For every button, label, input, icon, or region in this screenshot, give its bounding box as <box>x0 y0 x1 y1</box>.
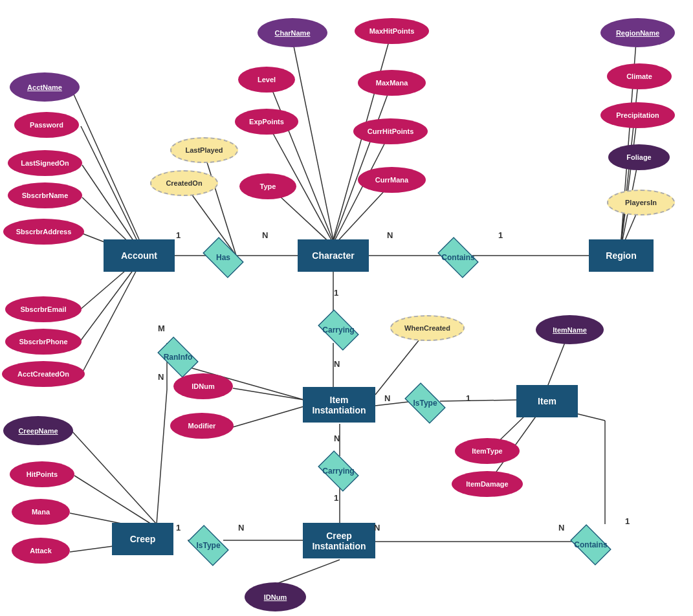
attr-sbscrbr-email: SbscrbrEmail <box>5 296 82 322</box>
er-diagram: Account Character Region Item Instantiat… <box>0 0 693 616</box>
attr-type: Type <box>239 173 296 199</box>
svg-line-36 <box>157 390 167 524</box>
card-1-istype1-item2: 1 <box>466 393 470 403</box>
attr-precipitation: Precipitation <box>600 102 675 128</box>
attr-creepname: CreepName <box>3 416 73 445</box>
svg-line-40 <box>74 476 157 527</box>
svg-line-11 <box>81 265 139 375</box>
attr-itemname: ItemName <box>536 315 604 344</box>
card-1-carrying1-char: 1 <box>334 288 338 298</box>
attr-mana: Mana <box>12 499 70 525</box>
card-m-raninfo: M <box>158 324 165 333</box>
attr-regionname: RegionName <box>600 18 675 47</box>
attr-climate: Climate <box>607 63 672 89</box>
attr-itemtype: ItemType <box>455 438 520 464</box>
svg-line-6 <box>82 165 139 249</box>
card-n-istype1-item: N <box>384 393 390 403</box>
attr-sbscrbraddress: SbscrbrAddress <box>3 219 84 245</box>
entity-creep: Creep <box>112 523 173 555</box>
entity-region: Region <box>589 239 654 272</box>
attr-exppoints: ExpPoints <box>235 109 298 135</box>
card-1-contains2-top: 1 <box>625 516 630 526</box>
svg-line-15 <box>269 81 333 241</box>
svg-line-14 <box>291 34 333 239</box>
rel-istype2: IsType <box>182 529 234 562</box>
attr-lastplayed: LastPlayed <box>170 137 238 163</box>
attr-charname: CharName <box>258 18 327 47</box>
rel-istype1: IsType <box>399 387 451 419</box>
attr-level: Level <box>238 67 295 93</box>
attr-password: Password <box>14 112 79 138</box>
attr-currmana: CurrMana <box>358 167 426 193</box>
card-1-creep-istype2: 1 <box>176 523 181 533</box>
attr-maxmana: MaxMana <box>358 70 426 96</box>
svg-line-5 <box>81 126 139 245</box>
rel-has: Has <box>197 241 249 274</box>
entity-character: Character <box>298 239 369 272</box>
attr-maxhitpoints: MaxHitPoints <box>355 18 429 44</box>
card-1-carrying2-creep: 1 <box>334 493 338 503</box>
svg-line-25 <box>440 400 518 401</box>
attr-idnum2: IDNum <box>245 582 306 611</box>
attr-idnum1: IDNum <box>173 373 233 399</box>
attr-modifier: Modifier <box>170 413 234 439</box>
svg-line-31 <box>233 406 304 427</box>
card-n-carrying1-item: N <box>334 359 340 369</box>
card-n-carrying2: N <box>334 434 340 443</box>
attr-sbscrbrname: SbscrbrName <box>8 182 82 208</box>
attr-whencreated: WhenCreated <box>390 315 465 341</box>
attr-foliage: Foliage <box>608 144 670 170</box>
card-n-creepinst-contains: N <box>374 523 380 533</box>
attr-attack: Attack <box>12 538 70 564</box>
card-1-contains-region: 1 <box>498 230 503 240</box>
entity-item-instantiation: Item Instantiation <box>303 387 375 423</box>
entity-account: Account <box>104 239 175 272</box>
rel-raninfo: RanInfo <box>152 341 204 373</box>
entity-item: Item <box>516 385 578 417</box>
attr-createdon: CreatedOn <box>150 170 218 196</box>
card-n-contains-item: N <box>558 523 564 533</box>
card-n-has-char: N <box>262 230 268 240</box>
entity-creep-instantiation: Creep Instantiation <box>303 523 375 558</box>
attr-itemdamage: ItemDamage <box>452 471 523 497</box>
svg-line-10 <box>79 262 139 343</box>
attr-acctname: AcctName <box>10 72 80 102</box>
card-n-raninfo: N <box>158 372 164 382</box>
rel-carrying1: Carrying <box>313 314 364 346</box>
card-n-istype2-creepinst: N <box>238 523 244 533</box>
attr-hitpoints: HitPoints <box>10 461 74 487</box>
rel-carrying2: Carrying <box>313 455 364 487</box>
attr-playersin: PlayersIn <box>607 190 675 215</box>
card-n-char-contains: N <box>387 230 393 240</box>
svg-line-19 <box>333 84 391 241</box>
rel-contains2: Contains <box>565 529 617 561</box>
svg-line-39 <box>71 430 157 524</box>
attr-currhitpoints: CurrHitPoints <box>353 118 428 144</box>
attr-sbscrbr-phone: SbscrbrPhone <box>5 329 82 355</box>
attr-lastsignedon: LastSignedOn <box>8 150 82 176</box>
svg-line-30 <box>233 388 304 400</box>
attr-acctcreatedon: AcctCreatedOn <box>2 361 85 387</box>
svg-line-47 <box>275 560 340 584</box>
svg-line-50 <box>621 116 637 244</box>
rel-contains1: Contains <box>432 241 484 274</box>
card-1-account-has: 1 <box>176 230 181 240</box>
